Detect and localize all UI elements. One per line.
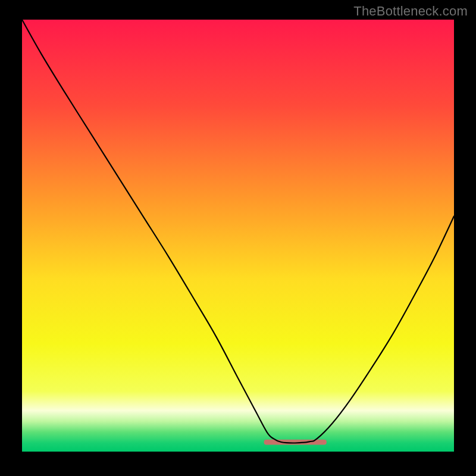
baseline-band <box>264 440 327 445</box>
chart-outer-frame: TheBottleneck.com <box>0 0 476 476</box>
plot-svg <box>22 20 454 452</box>
watermark-text: TheBottleneck.com <box>353 4 468 19</box>
gradient-background <box>22 20 454 452</box>
plot-area <box>22 20 454 452</box>
